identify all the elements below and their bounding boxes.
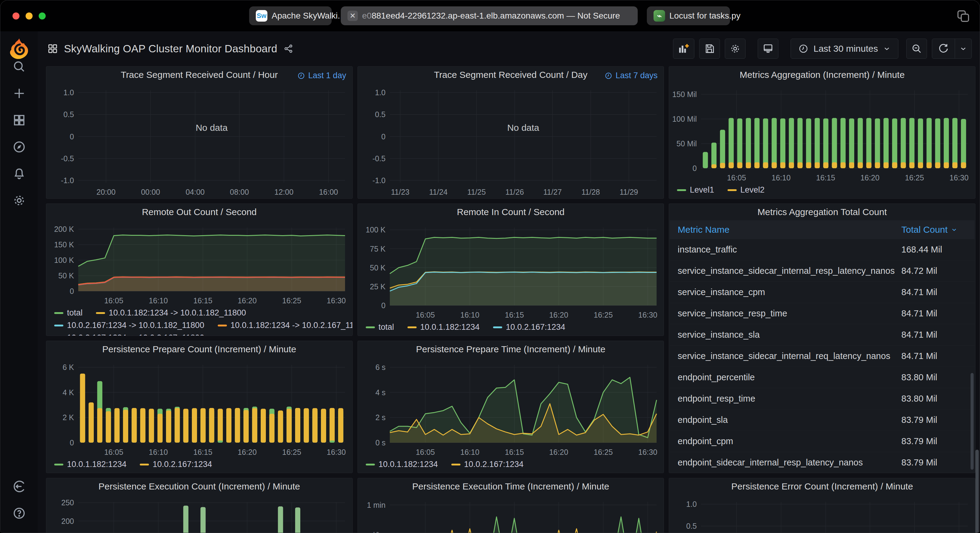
- table-row[interactable]: endpoint_sla83.79 Mil: [670, 409, 975, 431]
- svg-text:11/29: 11/29: [619, 188, 638, 196]
- table-row[interactable]: service_instance_sla84.71 Mil: [670, 324, 975, 346]
- legend-item[interactable]: 10.0.1.182:1234: [366, 460, 438, 469]
- refresh-dashboard-button[interactable]: [932, 39, 955, 59]
- close-tab-icon[interactable]: ✕: [347, 11, 358, 21]
- legend-item[interactable]: Level1: [677, 185, 714, 195]
- column-header-total-count[interactable]: Total Count: [901, 225, 975, 235]
- zoom-window-button[interactable]: [39, 13, 46, 19]
- chart-legend[interactable]: 10.0.1.182:123410.0.2.167:1234: [46, 458, 352, 473]
- table-row[interactable]: endpoint_sidecar_internal_resp_latency_n…: [670, 452, 975, 473]
- tab-locust[interactable]: ⌁ Locust for tasks.py: [647, 6, 730, 25]
- legend-item[interactable]: 10.0.1.182:1234 -> 10.0.2.167_11800: [218, 320, 353, 330]
- panel-title[interactable]: Trace Segment Received Count / Day: [434, 70, 587, 80]
- table-row[interactable]: service_instance_cpm84.71 Mil: [670, 282, 975, 303]
- svg-text:2 s: 2 s: [375, 413, 385, 422]
- table-row[interactable]: service_instance_sidecar_internal_req_la…: [670, 346, 975, 367]
- legend-item[interactable]: 10.0.2.167:1234: [451, 460, 523, 469]
- panel-time-override-link[interactable]: Last 1 day: [297, 71, 346, 80]
- chart-persistence-error-count[interactable]: 16:0516:1016:1516:2016:2516:301.00.50-0.…: [669, 495, 975, 533]
- svg-text:75 K: 75 K: [370, 244, 385, 253]
- panel-time-override-link[interactable]: Last 7 days: [605, 71, 657, 80]
- panel-title[interactable]: Trace Segment Received Count / Hour: [121, 70, 278, 80]
- legend-item[interactable]: 10.0.2.167:1234: [493, 322, 565, 332]
- table-row[interactable]: endpoint_resp_time83.80 Mil: [670, 388, 975, 409]
- metrics-table[interactable]: Metric NameTotal Count instance_traffic1…: [669, 220, 975, 473]
- svg-text:16:20: 16:20: [237, 448, 257, 456]
- close-window-button[interactable]: [13, 13, 19, 19]
- legend-item[interactable]: 10.0.2.167:1234 -> 10.0.1.182_11800: [54, 320, 204, 330]
- alerting-bell-icon[interactable]: [11, 165, 28, 182]
- panel-title[interactable]: Persistence Error Count (Increment) / Mi…: [731, 481, 913, 492]
- dashboard-settings-button[interactable]: [725, 39, 746, 59]
- legend-item[interactable]: Level2: [727, 185, 765, 195]
- table-scrollbar[interactable]: [970, 373, 974, 470]
- chart-persistence-execution-count[interactable]: 16:0516:1016:1516:2016:2516:302502001501…: [46, 495, 352, 533]
- panel-title[interactable]: Metrics Aggregation (Increment) / Minute: [740, 70, 905, 80]
- svg-text:12:00: 12:00: [274, 188, 294, 196]
- legend-item[interactable]: 10.0.2.167:1234 -> 10.0.2.167_11800: [54, 333, 204, 336]
- panel-remote-in-count: Remote In Count / Second 16:0516:1016:15…: [358, 203, 664, 336]
- panel-title[interactable]: Remote In Count / Second: [457, 207, 565, 217]
- panel-title[interactable]: Remote Out Count / Second: [142, 207, 257, 217]
- tab-grafana-dashboard[interactable]: ✕ e0881eed4-22961232.ap-east-1.elb.amazo…: [341, 6, 638, 25]
- sign-in-icon[interactable]: [11, 478, 28, 495]
- legend-item[interactable]: 10.0.1.182:1234 -> 10.0.1.182_11800: [96, 308, 246, 317]
- chart-metrics-aggregation[interactable]: 16:0516:1016:1516:2016:2516:30150 Mil100…: [669, 83, 975, 184]
- chart-legend[interactable]: total10.0.1.182:123410.0.2.167:1234: [358, 321, 664, 336]
- chart-remote-in[interactable]: 16:0516:1016:1516:2016:2516:30100 K75 K5…: [358, 220, 664, 321]
- legend-item[interactable]: 10.0.2.167:1234: [140, 460, 212, 469]
- table-row[interactable]: instance_traffic168.44 Mil: [670, 239, 975, 260]
- table-row[interactable]: service_instance_sidecar_internal_resp_l…: [670, 260, 975, 282]
- svg-text:16:30: 16:30: [327, 296, 346, 305]
- legend-item[interactable]: 10.0.1.182:1234: [54, 460, 126, 469]
- chart-legend[interactable]: Level1Level2: [669, 184, 975, 198]
- panel-persistence-prepare-time: Persistence Prepare Time (Increment) / M…: [358, 341, 664, 473]
- save-dashboard-button[interactable]: [699, 39, 720, 59]
- table-row[interactable]: endpoint_percentile83.80 Mil: [670, 367, 975, 388]
- table-row[interactable]: service_instance_resp_time84.71 Mil: [670, 303, 975, 324]
- legend-item[interactable]: total: [54, 308, 83, 317]
- apps-grid-icon[interactable]: [48, 43, 58, 54]
- svg-text:16:15: 16:15: [193, 448, 213, 456]
- chart-legend[interactable]: 10.0.1.182:123410.0.2.167:1234: [358, 458, 664, 473]
- dashboards-icon[interactable]: [11, 112, 28, 128]
- chart-legend[interactable]: total10.0.1.182:1234 -> 10.0.1.182_11800…: [46, 307, 352, 336]
- chart-trace-segment-hour[interactable]: 20:0000:0004:0008:0012:0016:001.00.50-0.…: [46, 83, 352, 198]
- configuration-gear-icon[interactable]: [11, 192, 28, 209]
- svg-text:No data: No data: [196, 122, 228, 133]
- tab-apache-skywalking[interactable]: Sw Apache SkyWalki...: [249, 6, 332, 25]
- panel-title[interactable]: Persistence Prepare Time (Increment) / M…: [416, 344, 605, 354]
- create-plus-icon[interactable]: [11, 85, 28, 102]
- page-scrollbar[interactable]: [975, 450, 979, 533]
- table-row[interactable]: endpoint_cpm83.79 Mil: [670, 431, 975, 452]
- panel-title[interactable]: Metrics Aggregation Total Count: [757, 207, 887, 217]
- page-title: SkyWalking OAP Cluster Monitor Dashboard: [64, 43, 277, 55]
- svg-text:11/24: 11/24: [429, 188, 448, 196]
- svg-text:0 s: 0 s: [375, 438, 385, 447]
- explore-compass-icon[interactable]: [11, 138, 28, 155]
- column-header-metric-name[interactable]: Metric Name: [670, 225, 901, 235]
- svg-text:1.0: 1.0: [375, 88, 385, 97]
- help-icon[interactable]: [11, 505, 28, 522]
- panel-title[interactable]: Persistence Prepare Count (Increment) / …: [102, 344, 296, 354]
- panel-title[interactable]: Persistence Execution Count (Increment) …: [99, 481, 300, 492]
- refresh-interval-dropdown[interactable]: [955, 39, 972, 59]
- zoom-out-time-button[interactable]: [906, 39, 927, 59]
- minimize-window-button[interactable]: [25, 13, 33, 19]
- chart-persistence-prepare-time[interactable]: 16:0516:1016:1516:2016:2516:306 s4 s2 s0…: [358, 357, 664, 458]
- tab-overview-icon[interactable]: [955, 8, 971, 24]
- legend-item[interactable]: 10.0.1.182:1234: [407, 322, 480, 332]
- chart-persistence-execution-time[interactable]: 16:0516:1016:1516:2016:2516:301 min40 s2…: [358, 495, 664, 533]
- chart-trace-segment-day[interactable]: 11/2311/2411/2511/2611/2711/2811/291.00.…: [358, 83, 664, 198]
- share-icon[interactable]: [283, 44, 293, 54]
- legend-item[interactable]: total: [366, 322, 394, 332]
- svg-text:16:15: 16:15: [193, 296, 213, 305]
- panel-title[interactable]: Persistence Execution Time (Increment) /…: [412, 481, 609, 492]
- chart-remote-out[interactable]: 16:0516:1016:1516:2016:2516:30200 K150 K…: [46, 220, 352, 307]
- add-panel-button[interactable]: [673, 39, 694, 59]
- time-range-picker[interactable]: Last 30 minutes: [791, 39, 898, 59]
- panel-persistence-prepare-count: Persistence Prepare Count (Increment) / …: [46, 341, 353, 473]
- chart-persistence-prepare-count[interactable]: 16:0516:1016:1516:2016:2516:306 K4 K2 K0: [46, 357, 352, 458]
- grafana-logo[interactable]: [0, 37, 38, 60]
- tv-kiosk-button[interactable]: [758, 39, 778, 59]
